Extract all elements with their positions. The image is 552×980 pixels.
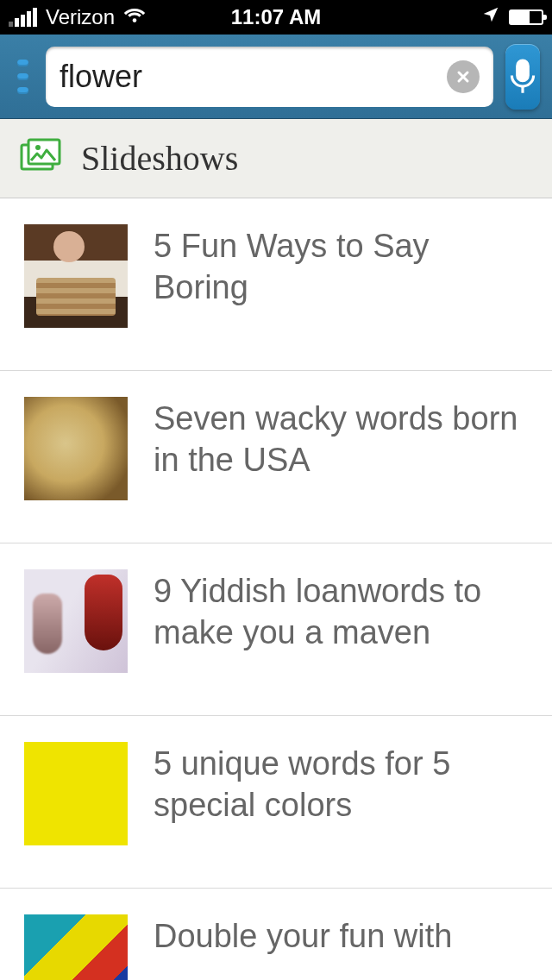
status-bar: Verizon 11:07 AM: [0, 0, 552, 35]
section-header: Slideshows: [0, 119, 552, 198]
carrier-label: Verizon: [46, 5, 115, 29]
list-item[interactable]: Seven wacky words born in the USA: [0, 371, 552, 543]
section-title: Slideshows: [81, 138, 238, 179]
app-header: [0, 35, 552, 119]
wifi-icon: [123, 5, 146, 29]
item-title: Seven wacky words born in the USA: [154, 397, 531, 481]
menu-button[interactable]: [12, 49, 34, 104]
thumbnail: [24, 742, 128, 845]
svg-point-2: [35, 145, 41, 150]
thumbnail: [24, 397, 128, 500]
list-item[interactable]: 9 Yiddish loanwords to make you a maven: [0, 543, 552, 716]
thumbnail: [24, 224, 128, 328]
item-title: 5 Fun Ways to Say Boring: [154, 224, 531, 308]
search-field-wrap[interactable]: [46, 47, 493, 107]
clock: 11:07 AM: [231, 5, 321, 29]
list-item[interactable]: 5 unique words for 5 special colors: [0, 716, 552, 889]
slideshow-list: 5 Fun Ways to Say Boring Seven wacky wor…: [0, 198, 552, 980]
slideshows-icon: [19, 138, 62, 179]
item-title: 9 Yiddish loanwords to make you a maven: [154, 569, 531, 653]
list-item[interactable]: 5 Fun Ways to Say Boring: [0, 198, 552, 371]
search-input[interactable]: [60, 59, 447, 95]
thumbnail: [24, 914, 128, 980]
list-item[interactable]: Double your fun with: [0, 889, 552, 980]
clear-search-button[interactable]: [447, 60, 480, 93]
location-icon: [481, 5, 500, 29]
signal-icon: [9, 8, 37, 27]
battery-icon: [509, 9, 543, 25]
thumbnail: [24, 569, 128, 673]
item-title: Double your fun with: [154, 914, 531, 958]
voice-search-button[interactable]: [505, 44, 540, 110]
item-title: 5 unique words for 5 special colors: [154, 742, 531, 826]
